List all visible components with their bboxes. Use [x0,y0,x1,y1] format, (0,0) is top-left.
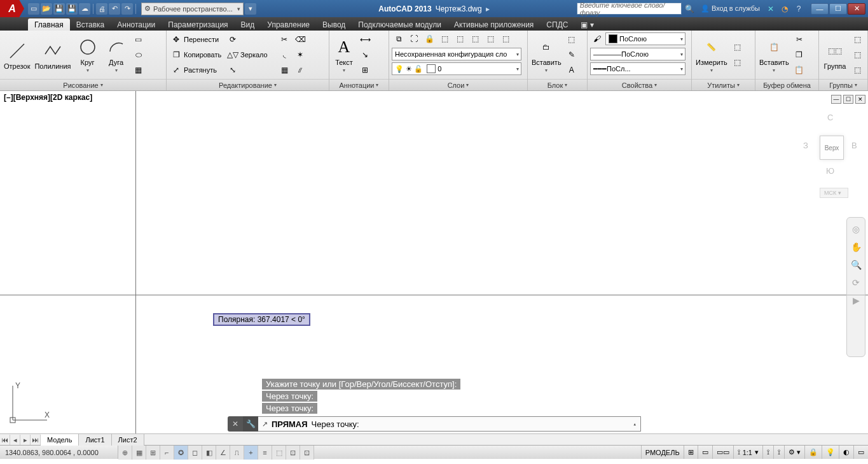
sb-grid2-icon[interactable]: ⊞ [684,446,698,459]
array-icon[interactable]: ▦ [277,63,291,77]
layer-icon-3[interactable]: 🔒 [422,32,436,46]
tab-plugins[interactable]: Подключаемые модули [352,18,448,31]
cmd-close-icon[interactable]: ✕ [228,416,243,432]
sb-clean-icon[interactable]: ▭ [853,446,868,459]
viewcube-top[interactable]: Верх [820,136,844,160]
viewcube-wcs[interactable]: МСК ▾ [820,188,848,198]
sb-tpy-icon[interactable]: ⬚ [272,446,286,460]
qat-dropdown-icon[interactable]: ▾ [245,3,256,15]
leader-icon[interactable]: ↘ [358,48,372,62]
vp-close-icon[interactable]: ✕ [855,95,865,104]
lt-first-icon[interactable]: ⏮ [0,435,10,445]
sb-polar-icon[interactable]: ✪ [174,446,188,460]
tab-output[interactable]: Вывод [316,18,352,31]
nav-wheel-icon[interactable]: ◎ [850,223,862,236]
sb-osnap-icon[interactable]: ◻ [188,446,202,460]
tab-expand-icon[interactable]: ▣ ▾ [574,18,600,31]
nav-zoom-icon[interactable]: 🔍 [850,258,862,271]
layer-icon-5[interactable]: ⬚ [453,32,467,46]
ellipse-icon[interactable]: ⬭ [132,48,146,62]
color-combo[interactable]: ПоСлою [605,32,685,45]
sb-3dosnap-icon[interactable]: ◧ [202,446,216,460]
move-button[interactable]: ✥Перенести [169,32,224,46]
layer-current-combo[interactable]: 💡 ☀ 🔓 0 [392,62,521,75]
linetype-combo[interactable]: ———— ПоСлою [590,48,685,60]
signin-link[interactable]: 👤 Вход в службы [698,4,762,13]
line-button[interactable]: Отрезок [3,32,31,77]
mirror-button[interactable]: △▽Зеркало [226,48,275,62]
qat-undo-icon[interactable]: ↶ [109,3,120,15]
tab-layout2[interactable]: Лист2 [112,434,144,446]
autodesk360-icon[interactable]: ◔ [779,3,790,15]
measure-button[interactable]: 📏Измерить▾ [694,32,729,77]
command-input[interactable]: ↗ ПРЯМАЯ Через точку: [258,416,641,432]
qat-saveas-icon[interactable]: 💾 [66,3,78,15]
lt-last-icon[interactable]: ⏭ [31,435,41,445]
close-button[interactable]: ✕ [848,3,865,15]
erase-icon[interactable]: ⌫ [293,32,307,46]
tab-spds[interactable]: СПДС [540,18,574,31]
copy-button[interactable]: ❐Копировать [169,48,224,62]
fillet-icon[interactable]: ◟ [277,48,291,62]
qat-print-icon[interactable]: 🖨 [96,3,107,15]
hatch-icon[interactable]: ▦ [132,63,146,77]
sb-grid-icon[interactable]: ⊞ [146,446,160,460]
sb-hardware-icon[interactable]: 💡 [822,446,839,459]
ungroup-icon[interactable]: ⬚ [850,32,864,46]
sb-lock-icon[interactable]: 🔒 [804,446,822,459]
sb-sc-icon[interactable]: ⊡ [300,446,314,460]
attr-icon[interactable]: A [565,63,579,77]
vp-minimize-icon[interactable]: — [831,95,841,104]
title-arrow-icon[interactable]: ▸ [486,4,490,13]
exchange-icon[interactable]: ✕ [765,3,776,15]
sb-annoscale[interactable]: ⟟ 1:1 ▾ [733,446,762,459]
qat-cloud-icon[interactable]: ☁ [79,3,90,15]
lt-prev-icon[interactable]: ◂ [10,435,20,445]
insert-block-button[interactable]: 🗀Вставить▾ [530,32,563,77]
tab-layout1[interactable]: Лист1 [79,434,111,446]
qat-open-icon[interactable]: 📂 [41,3,52,15]
layer-icon-2[interactable]: ⛶ [407,32,421,46]
lt-next-icon[interactable]: ▸ [20,435,31,445]
lineweight-combo[interactable]: ━━━ ПоСл... [590,62,685,75]
nav-orbit-icon[interactable]: ⟳ [850,276,862,289]
minimize-button[interactable]: — [811,3,829,15]
tab-manage[interactable]: Управление [261,18,316,31]
copy-clip-icon[interactable]: ❐ [792,48,806,62]
rectangle-icon[interactable]: ▭ [132,32,146,46]
util-icon-2[interactable]: ⬚ [731,55,745,69]
layer-state-combo[interactable]: Несохраненная конфигурация сло [392,48,521,60]
tab-active-apps[interactable]: Активные приложения [448,18,540,31]
app-logo[interactable]: A [0,0,24,17]
sb-ws-icon[interactable]: ⚙ ▾ [784,446,804,459]
create-block-icon[interactable]: ⬚ [565,32,579,46]
offset-icon[interactable]: ⫽ [293,63,307,77]
edit-block-icon[interactable]: ✎ [565,48,579,62]
qat-save-icon[interactable]: 💾 [53,3,65,15]
layer-icon-8[interactable]: ⬚ [499,32,513,46]
group-button[interactable]: ⬚⬚Группа [822,32,848,77]
sb-annovis-icon[interactable]: ⟟ [762,446,773,459]
circle-button[interactable]: Круг▾ [74,32,101,77]
sb-lwt-icon[interactable]: ≡ [258,446,272,460]
viewport-label[interactable]: [–][Верхняя][2D каркас] [4,93,92,102]
sb-qv-drawings-icon[interactable]: ▭▭ [712,446,733,459]
polyline-button[interactable]: Полилиния [33,32,72,77]
workspace-selector[interactable]: ⚙Рабочее пространство... [141,3,244,15]
layer-icon-6[interactable]: ⬚ [468,32,482,46]
search-icon[interactable]: 🔍 [684,3,696,15]
text-button[interactable]: AТекст▾ [332,32,356,77]
group-edit-icon[interactable]: ⬚ [850,48,864,62]
scale-button[interactable]: ⤡ [226,63,275,77]
util-icon-1[interactable]: ⬚ [731,40,745,54]
tab-insert[interactable]: Вставка [70,18,111,31]
arc-button[interactable]: Дуга▾ [103,32,130,77]
layer-icon-1[interactable]: ⧉ [392,32,406,46]
rotate-button[interactable]: ⟳ [226,32,275,46]
tab-view[interactable]: Вид [235,18,261,31]
group-bbox-icon[interactable]: ⬚ [850,63,864,77]
vp-maximize-icon[interactable]: ☐ [843,95,853,104]
sb-dyn-icon[interactable]: + [244,446,258,460]
cut-icon[interactable]: ✂ [792,32,806,46]
cmd-wrench-icon[interactable]: 🔧 [243,416,258,432]
